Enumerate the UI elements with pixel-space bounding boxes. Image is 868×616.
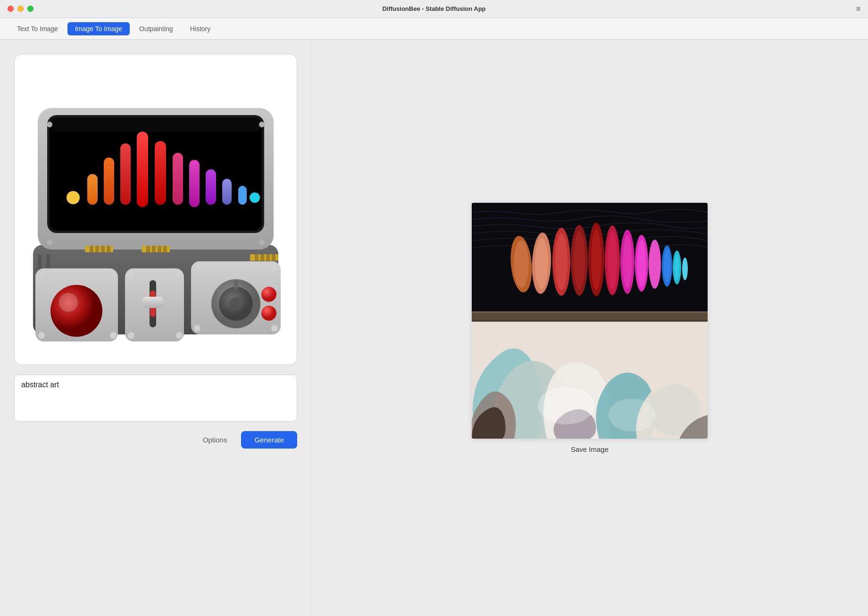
- svg-rect-29: [158, 246, 161, 252]
- titlebar: DiffusionBee - Stable Diffusion App ≡: [0, 0, 868, 18]
- svg-point-19: [47, 240, 52, 245]
- svg-point-18: [259, 122, 265, 127]
- svg-point-81: [623, 235, 632, 288]
- svg-rect-91: [472, 311, 708, 313]
- tabbar: Text To Image Image To Image Outpainting…: [0, 18, 868, 40]
- svg-point-96: [609, 399, 656, 432]
- svg-point-77: [591, 229, 601, 290]
- svg-point-37: [59, 293, 78, 312]
- svg-rect-13: [222, 179, 232, 205]
- svg-point-36: [50, 285, 102, 337]
- svg-point-46: [128, 271, 134, 278]
- svg-rect-53: [260, 254, 264, 261]
- svg-point-39: [110, 271, 117, 278]
- svg-point-4: [67, 191, 80, 204]
- svg-rect-25: [107, 246, 110, 252]
- svg-point-41: [110, 332, 117, 339]
- svg-rect-54: [266, 254, 270, 261]
- options-button[interactable]: Options: [196, 432, 234, 448]
- left-panel: Options Generate: [0, 40, 311, 616]
- svg-rect-9: [155, 141, 166, 205]
- svg-rect-11: [189, 160, 200, 207]
- svg-rect-14: [238, 186, 247, 205]
- output-image-container: [472, 203, 708, 439]
- svg-point-84: [649, 240, 661, 289]
- right-panel: Save Image: [311, 40, 868, 616]
- svg-point-64: [194, 325, 200, 332]
- svg-point-83: [637, 240, 646, 287]
- svg-rect-8: [137, 132, 148, 207]
- svg-point-15: [250, 192, 260, 203]
- tab-outpainting[interactable]: Outpainting: [132, 22, 181, 35]
- svg-point-62: [194, 264, 200, 271]
- svg-rect-12: [206, 169, 216, 205]
- svg-rect-10: [173, 153, 183, 205]
- svg-rect-16: [50, 117, 262, 132]
- prompt-input[interactable]: [14, 375, 297, 422]
- svg-rect-55: [272, 254, 275, 261]
- tab-image-to-image[interactable]: Image To Image: [67, 22, 130, 35]
- svg-rect-24: [101, 246, 105, 252]
- svg-point-61: [261, 306, 276, 321]
- menu-icon[interactable]: ≡: [856, 5, 860, 13]
- buttons-row: Options Generate: [14, 431, 297, 449]
- svg-point-79: [608, 231, 617, 290]
- image-upload-area[interactable]: [14, 54, 297, 365]
- svg-rect-22: [90, 246, 93, 252]
- svg-rect-28: [152, 246, 156, 252]
- svg-rect-30: [163, 246, 167, 252]
- svg-point-95: [538, 387, 594, 425]
- svg-point-89: [682, 258, 688, 280]
- main-content: Options Generate: [0, 40, 868, 616]
- svg-point-17: [47, 122, 52, 127]
- svg-point-65: [271, 325, 278, 332]
- tab-text-to-image[interactable]: Text To Image: [9, 22, 66, 35]
- svg-point-71: [535, 238, 548, 289]
- generate-button[interactable]: Generate: [241, 431, 297, 449]
- save-image-label[interactable]: Save Image: [571, 445, 609, 453]
- svg-point-47: [176, 271, 183, 278]
- svg-rect-45: [142, 297, 163, 308]
- svg-point-73: [555, 233, 568, 290]
- svg-rect-6: [104, 158, 114, 205]
- svg-rect-92: [472, 320, 708, 322]
- svg-point-75: [574, 231, 585, 290]
- svg-point-88: [675, 254, 679, 281]
- svg-rect-52: [255, 254, 259, 261]
- svg-point-86: [664, 249, 670, 283]
- svg-point-69: [514, 241, 529, 288]
- close-dot[interactable]: [8, 6, 14, 12]
- svg-point-60: [261, 287, 276, 302]
- svg-point-40: [38, 332, 45, 339]
- source-image: [15, 54, 297, 365]
- svg-rect-5: [87, 174, 98, 205]
- window-controls: [8, 6, 33, 12]
- svg-point-58: [229, 297, 242, 310]
- fullscreen-dot[interactable]: [27, 6, 33, 12]
- minimize-dot[interactable]: [17, 6, 24, 12]
- svg-point-38: [38, 271, 45, 278]
- svg-point-20: [259, 240, 265, 245]
- svg-point-49: [176, 332, 183, 339]
- svg-rect-59: [234, 280, 238, 290]
- svg-point-48: [128, 332, 134, 339]
- svg-rect-7: [120, 143, 131, 205]
- svg-rect-27: [146, 246, 150, 252]
- svg-point-63: [271, 264, 278, 271]
- svg-rect-23: [95, 246, 99, 252]
- window-title: DiffusionBee - Stable Diffusion App: [382, 5, 485, 12]
- tab-history[interactable]: History: [183, 22, 218, 35]
